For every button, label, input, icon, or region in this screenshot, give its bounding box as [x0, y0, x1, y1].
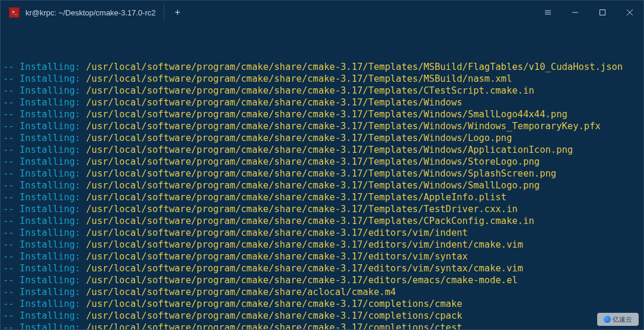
- install-path: /usr/local/software/program/cmake/share/…: [86, 145, 573, 155]
- install-path: /usr/local/software/program/cmake/share/…: [86, 239, 523, 250]
- install-path: /usr/local/software/program/cmake/share/…: [86, 263, 523, 274]
- terminal-window: kr@krpc: ~/Desktop/cmake-3.17.0-rc2 +: [0, 0, 644, 330]
- install-dashes: --: [3, 156, 20, 167]
- install-path: /usr/local/software/program/cmake/share/…: [86, 73, 512, 84]
- output-line: -- Installing: /usr/local/software/progr…: [3, 61, 641, 73]
- install-path: /usr/local/software/program/cmake/share/…: [86, 275, 518, 286]
- output-line: -- Installing: /usr/local/software/progr…: [3, 120, 641, 132]
- install-label: Installing:: [20, 263, 86, 274]
- output-line: -- Installing: /usr/local/software/progr…: [3, 156, 641, 168]
- output-line: -- Installing: /usr/local/software/progr…: [3, 73, 641, 85]
- install-label: Installing:: [20, 73, 86, 84]
- terminal-icon: [9, 7, 20, 18]
- output-line: -- Installing: /usr/local/software/progr…: [3, 322, 641, 329]
- output-line: -- Installing: /usr/local/software/progr…: [3, 85, 641, 97]
- install-label: Installing:: [20, 109, 86, 120]
- install-path: /usr/local/software/program/cmake/share/…: [86, 121, 601, 132]
- install-dashes: --: [3, 204, 20, 214]
- install-dashes: --: [3, 85, 20, 96]
- install-label: Installing:: [20, 228, 86, 238]
- install-dashes: --: [3, 251, 20, 262]
- output-line: -- Installing: /usr/local/software/progr…: [3, 108, 641, 120]
- output-line: -- Installing: /usr/local/software/progr…: [3, 168, 641, 180]
- install-label: Installing:: [20, 239, 86, 250]
- install-label: Installing:: [20, 156, 86, 167]
- install-path: /usr/local/software/program/cmake/share/…: [86, 216, 534, 226]
- install-path: /usr/local/software/program/cmake/share/…: [86, 192, 506, 203]
- install-path: /usr/local/software/program/cmake/share/…: [86, 168, 556, 179]
- minimize-icon: [572, 9, 579, 16]
- tab-active[interactable]: kr@krpc: ~/Desktop/cmake-3.17.0-rc2: [1, 1, 164, 24]
- output-line: -- Installing: /usr/local/software/progr…: [3, 227, 641, 239]
- output-line: -- Installing: /usr/local/software/progr…: [3, 144, 641, 156]
- install-dashes: --: [3, 263, 20, 274]
- install-path: /usr/local/software/program/cmake/share/…: [86, 109, 568, 120]
- install-path: /usr/local/software/program/cmake/share/…: [86, 310, 463, 321]
- install-path: /usr/local/software/program/cmake/share/…: [86, 133, 512, 143]
- output-line: -- Installing: /usr/local/software/progr…: [3, 203, 641, 215]
- install-label: Installing:: [20, 192, 86, 203]
- install-path: /usr/local/software/program/cmake/share/…: [86, 322, 463, 329]
- terminal-output[interactable]: -- Installing: /usr/local/software/progr…: [1, 24, 643, 329]
- output-line: -- Installing: /usr/local/software/progr…: [3, 132, 641, 144]
- install-label: Installing:: [20, 85, 86, 96]
- maximize-button[interactable]: [589, 1, 616, 24]
- new-tab-button[interactable]: +: [164, 1, 190, 24]
- minimize-button[interactable]: [562, 1, 589, 24]
- install-dashes: --: [3, 109, 20, 120]
- output-line: -- Installing: /usr/local/software/progr…: [3, 298, 641, 310]
- output-line: -- Installing: /usr/local/software/progr…: [3, 286, 641, 298]
- install-dashes: --: [3, 168, 20, 179]
- install-dashes: --: [3, 97, 20, 108]
- watermark-text: 亿速云: [613, 313, 632, 325]
- install-label: Installing:: [20, 97, 86, 108]
- install-label: Installing:: [20, 168, 86, 179]
- install-label: Installing:: [20, 299, 86, 309]
- titlebar[interactable]: kr@krpc: ~/Desktop/cmake-3.17.0-rc2 +: [1, 1, 643, 24]
- install-dashes: --: [3, 310, 20, 321]
- install-dashes: --: [3, 239, 20, 250]
- install-label: Installing:: [20, 145, 86, 155]
- install-dashes: --: [3, 287, 20, 297]
- output-line: -- Installing: /usr/local/software/progr…: [3, 215, 641, 227]
- install-label: Installing:: [20, 62, 86, 72]
- install-dashes: --: [3, 133, 20, 143]
- install-path: /usr/local/software/program/cmake/share/…: [86, 299, 463, 309]
- install-label: Installing:: [20, 180, 86, 191]
- install-label: Installing:: [20, 133, 86, 143]
- install-dashes: --: [3, 228, 20, 238]
- install-dashes: --: [3, 192, 20, 203]
- install-path: /usr/local/software/program/cmake/share/…: [86, 180, 540, 191]
- install-dashes: --: [3, 62, 20, 72]
- output-line: -- Installing: /usr/local/software/progr…: [3, 310, 641, 322]
- install-dashes: --: [3, 180, 20, 191]
- menu-button[interactable]: [534, 1, 562, 24]
- install-label: Installing:: [20, 251, 86, 262]
- tab-title: kr@krpc: ~/Desktop/cmake-3.17.0-rc2: [25, 8, 155, 17]
- install-dashes: --: [3, 299, 20, 309]
- output-line: -- Installing: /usr/local/software/progr…: [3, 274, 641, 286]
- output-line: -- Installing: /usr/local/software/progr…: [3, 191, 641, 203]
- install-dashes: --: [3, 216, 20, 226]
- window-controls: [534, 1, 643, 24]
- close-button[interactable]: [616, 1, 643, 24]
- output-line: -- Installing: /usr/local/software/progr…: [3, 180, 641, 191]
- hamburger-icon: [544, 9, 551, 16]
- install-dashes: --: [3, 121, 20, 132]
- output-line: -- Installing: /usr/local/software/progr…: [3, 251, 641, 262]
- output-line: -- Installing: /usr/local/software/progr…: [3, 97, 641, 108]
- install-path: /usr/local/software/program/cmake/share/…: [86, 85, 534, 96]
- install-path: /usr/local/software/program/cmake/share/…: [86, 62, 623, 72]
- close-icon: [626, 9, 633, 16]
- output-line: -- Installing: /usr/local/software/progr…: [3, 262, 641, 274]
- install-label: Installing:: [20, 216, 86, 226]
- install-label: Installing:: [20, 275, 86, 286]
- install-path: /usr/local/software/program/cmake/share/…: [86, 251, 468, 262]
- titlebar-drag-area[interactable]: [190, 1, 534, 24]
- install-path: /usr/local/software/program/cmake/share/…: [86, 97, 463, 108]
- svg-rect-0: [600, 10, 605, 15]
- install-path: /usr/local/software/program/cmake/share/…: [86, 204, 518, 214]
- watermark-icon: [604, 316, 611, 323]
- install-label: Installing:: [20, 310, 86, 321]
- install-dashes: --: [3, 73, 20, 84]
